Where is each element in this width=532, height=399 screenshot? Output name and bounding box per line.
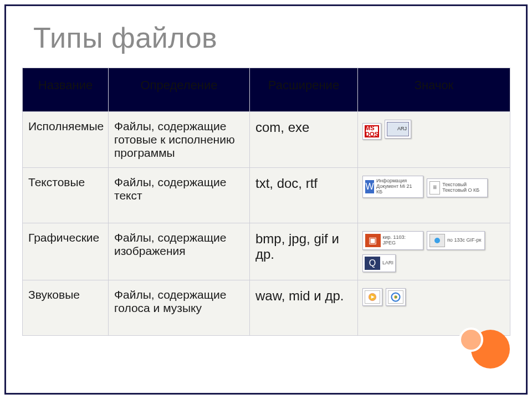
cell-icons: MS DOS ARJ (358, 112, 510, 168)
file-chip-label: по 133с GIF-рк (447, 238, 481, 243)
cell-icons: ▣ кир. 1103: JPEG по 133с GIF-рк Q LARI (358, 223, 510, 280)
msdos-icon: MS DOS (365, 125, 379, 137)
file-chip: ARJ (385, 120, 411, 139)
border-left (4, 4, 6, 395)
table-row: Исполняемые Файлы, содержащие готовые к … (23, 112, 510, 168)
file-chip (362, 288, 382, 306)
file-chip-label: Информация Документ Mi 21 КБ (376, 178, 420, 195)
cell-extension: waw, mid и др. (250, 280, 358, 336)
border-right (526, 4, 528, 395)
file-chip-label: Текстовый Текстовый О КБ (442, 182, 484, 193)
gif-image-icon (429, 234, 445, 247)
file-chip: ▣ кир. 1103: JPEG (362, 231, 423, 250)
cell-icons (358, 280, 510, 336)
file-chip (386, 288, 406, 306)
file-chip: по 133с GIF-рк (427, 231, 485, 250)
wav-audio-icon (365, 290, 380, 304)
quicktime-icon: Q (365, 257, 380, 270)
col-header-name: Название (23, 68, 109, 112)
cell-definition: Файлы, содержащие текст (109, 168, 250, 223)
cell-name: Графические (23, 223, 109, 280)
cell-extension: txt, doc, rtf (250, 168, 358, 223)
txt-file-icon: ≡ (429, 181, 440, 195)
arj-window-icon: ARJ (387, 122, 409, 136)
col-header-icon: Значок (358, 68, 510, 112)
table-row: Графические Файлы, содержащие изображени… (23, 223, 510, 280)
cell-extension: bmp, jpg, gif и др. (250, 223, 358, 280)
table-header-row: Название Определение Расширение Значок (23, 68, 510, 112)
cell-name: Текстовые (23, 168, 109, 223)
file-chip: MS DOS (362, 123, 381, 140)
border-top (4, 4, 528, 6)
file-chip: Q LARI (362, 254, 396, 272)
cell-definition: Файлы, содержащие голоса и музыку (109, 280, 250, 336)
word-doc-icon: W (365, 180, 374, 193)
cell-name: Звуковые (23, 280, 109, 336)
file-chip: W Информация Документ Mi 21 КБ (362, 176, 423, 198)
file-chip-label: LARI (382, 260, 393, 266)
cell-extension: com, exe (250, 112, 358, 168)
cell-definition: Файлы, содержащие готовые к исполнению п… (109, 112, 250, 168)
file-types-table: Название Определение Расширение Значок И… (22, 68, 510, 336)
col-header-extension: Расширение (250, 68, 358, 112)
page-title: Типы файлов (33, 21, 217, 54)
border-bottom (4, 393, 528, 395)
jpeg-image-icon: ▣ (365, 234, 381, 247)
table-row: Звуковые Файлы, содержащие голоса и музы… (23, 280, 510, 336)
table-row: Текстовые Файлы, содержащие текст txt, d… (23, 168, 510, 223)
col-header-definition: Определение (109, 68, 250, 112)
cell-definition: Файлы, содержащие изображения (109, 223, 250, 280)
cell-name: Исполняемые (23, 112, 109, 168)
cell-icons: W Информация Документ Mi 21 КБ ≡ Текстов… (358, 168, 510, 223)
file-chip-label: кир. 1103: JPEG (383, 235, 420, 246)
file-chip: ≡ Текстовый Текстовый О КБ (427, 178, 488, 197)
media-player-icon (388, 290, 403, 304)
slide: Типы файлов Название Определение Расшире… (0, 0, 532, 399)
